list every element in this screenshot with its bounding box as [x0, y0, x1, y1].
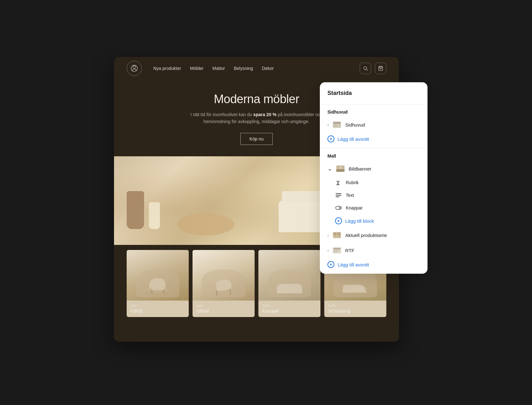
- panel-page-title: Startsida: [320, 82, 428, 102]
- svg-rect-11: [333, 122, 340, 123]
- nav-link-mattor[interactable]: Mattor: [212, 66, 225, 71]
- svg-point-0: [133, 66, 136, 68]
- sub-item-knappar-label: Knappar: [346, 205, 363, 210]
- product-category: Soffa: [262, 304, 317, 308]
- text-heading-icon: T: [335, 179, 342, 186]
- product-name: Kanapé: [262, 308, 279, 314]
- group-label-mall: Mall: [320, 151, 428, 161]
- chevron-down-icon: ⌄: [327, 165, 332, 172]
- product-label-schaslong: Soffa Schäslong: [324, 301, 386, 317]
- sub-item-text[interactable]: Text: [320, 189, 428, 202]
- plus-circle-icon: +: [327, 135, 334, 142]
- sub-item-text-label: Text: [346, 193, 354, 198]
- product-name: Schäslong: [328, 308, 350, 314]
- svg-rect-12: [333, 124, 338, 125]
- nav-icons: [360, 63, 386, 74]
- add-block-button[interactable]: + Lägg till block: [320, 214, 428, 227]
- svg-rect-28: [333, 236, 340, 237]
- sidebar-item-sidhuvud-label: Sidhuvud: [345, 122, 420, 128]
- product-card[interactable]: Stol Fåtölj: [127, 250, 189, 317]
- svg-point-16: [339, 166, 342, 169]
- svg-point-5: [147, 286, 169, 293]
- chevron-right-icon-2: ›: [327, 233, 329, 238]
- svg-line-8: [217, 291, 217, 295]
- hero-cta-button[interactable]: Köp nu: [240, 133, 273, 145]
- site-logo: [127, 61, 142, 76]
- svg-rect-31: [333, 250, 339, 251]
- add-section-button-2[interactable]: + Lägg till avsnitt: [320, 258, 428, 271]
- product-card[interactable]: Stol Vilstol: [193, 250, 255, 317]
- svg-line-3: [366, 69, 368, 71]
- product-image-vilstol: [193, 250, 255, 301]
- bildbanner-thumb-icon: [336, 164, 345, 173]
- product-name: Vilstol: [196, 308, 209, 314]
- hero-subtitle: I rätt tid för inomhuslivet kan du spara…: [187, 111, 326, 125]
- text-lines-icon: [335, 192, 342, 199]
- svg-point-2: [364, 67, 367, 70]
- add-section-label-2: Lägg till avsnitt: [338, 262, 369, 267]
- sidebar-item-sidhuvud[interactable]: › Sidhuvud: [320, 117, 428, 132]
- sidebar-item-rtf[interactable]: › RTF: [320, 243, 428, 258]
- svg-rect-7: [163, 290, 165, 294]
- rtf-label: RTF: [345, 248, 420, 253]
- add-section-button-1[interactable]: + Lägg till avsnitt: [320, 132, 428, 146]
- divider-2: [320, 148, 428, 148]
- button-icon: [335, 204, 342, 211]
- aktuell-label: Aktuell produktserie: [345, 233, 420, 238]
- sub-item-knappar[interactable]: Knappar: [320, 202, 428, 214]
- svg-rect-26: [333, 233, 337, 236]
- nav-link-dekor[interactable]: Dekor: [262, 66, 274, 71]
- product-image-fatoljj: [127, 250, 189, 301]
- site-nav: Nya produkter Möbler Mattor Belysning De…: [114, 57, 399, 80]
- product-category: Stol: [196, 304, 251, 308]
- plus-circle-icon-3: +: [327, 261, 334, 268]
- svg-rect-27: [337, 233, 340, 236]
- svg-rect-13: [333, 126, 337, 127]
- add-block-label: Lägg till block: [345, 218, 374, 224]
- sidhuvud-thumb-icon: [332, 120, 341, 129]
- cart-button[interactable]: [375, 63, 386, 74]
- svg-line-9: [230, 290, 231, 294]
- plus-circle-icon-2: +: [335, 217, 342, 224]
- sidebar-item-bildbanner[interactable]: ⌄ Bildbanner: [320, 161, 428, 176]
- sub-item-rubrik-label: Rubrik: [346, 180, 358, 185]
- sub-item-rubrik[interactable]: T Rubrik: [320, 176, 428, 189]
- product-category: Stol: [130, 304, 185, 308]
- svg-rect-6: [151, 290, 153, 294]
- aktuell-thumb-icon: [332, 231, 341, 240]
- chevron-right-icon-3: ›: [327, 248, 329, 253]
- product-label-vilstol: Stol Vilstol: [193, 301, 255, 317]
- product-name: Fåtölj: [130, 308, 142, 314]
- search-button[interactable]: [360, 63, 371, 74]
- bildbanner-label: Bildbanner: [349, 166, 420, 171]
- nav-link-belysning[interactable]: Belysning: [234, 66, 253, 71]
- svg-rect-30: [333, 248, 340, 249]
- svg-rect-15: [336, 169, 345, 172]
- nav-links: Nya produkter Möbler Mattor Belysning De…: [153, 66, 348, 71]
- product-card[interactable]: Soffa Kanapé: [258, 250, 320, 317]
- chevron-right-icon: ›: [327, 122, 329, 127]
- nav-link-nya[interactable]: Nya produkter: [153, 66, 181, 71]
- nav-link-mobler[interactable]: Möbler: [190, 66, 204, 71]
- product-category: Soffa: [328, 304, 383, 308]
- sidebar-panel: Startsida Sidhuvud › Sidhuvud + Lägg til…: [320, 82, 428, 274]
- product-label-fatoljj: Stol Fåtölj: [127, 301, 189, 317]
- add-section-label-1: Lägg till avsnitt: [338, 136, 369, 142]
- group-label-sidhuvud: Sidhuvud: [320, 107, 428, 117]
- svg-rect-32: [333, 252, 338, 252]
- divider: [320, 104, 428, 104]
- product-image-kanape: [258, 250, 320, 301]
- product-label-kanape: Soffa Kanapé: [258, 301, 320, 317]
- rtf-thumb-icon: [332, 246, 341, 255]
- sidebar-item-aktuell[interactable]: › Aktuell produktserie: [320, 227, 428, 243]
